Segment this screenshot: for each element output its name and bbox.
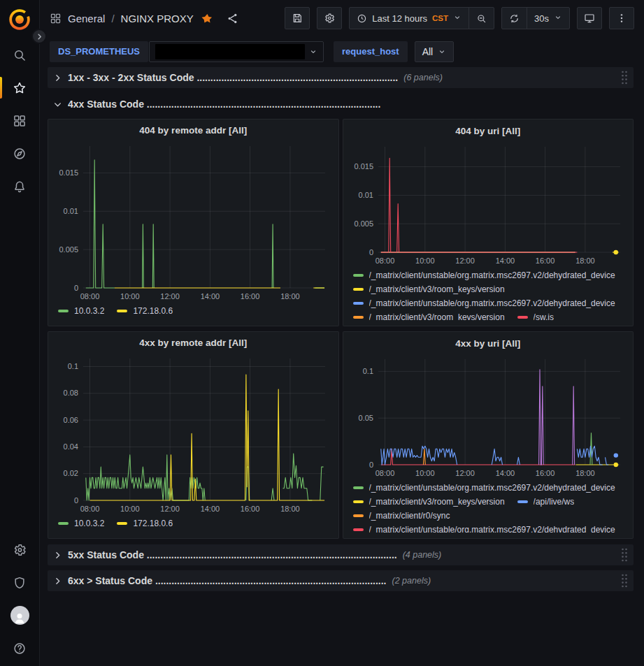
angle-down-icon [53, 100, 62, 109]
more-options-button[interactable] [609, 7, 634, 29]
panel-title[interactable]: 404 by remote addr [All] [54, 121, 333, 140]
legend-swatch-icon [58, 522, 69, 525]
legend-item[interactable]: /_matrix/client/v3/room_keys/version [353, 497, 505, 507]
legend-item[interactable]: 172.18.0.6 [117, 306, 173, 316]
cog-icon [13, 543, 27, 557]
legend-item[interactable]: /_matrix/client/v3/room_keys/version [353, 284, 505, 294]
sidebar-item-explore[interactable] [0, 137, 39, 170]
time-series-chart[interactable]: 08:0010:0012:0014:0016:0018:0000.050.1 [349, 354, 627, 480]
panel-legend: /_matrix/client/unstable/org.matrix.msc2… [349, 268, 628, 320]
angle-right-icon [36, 33, 43, 41]
legend-item[interactable]: /_matrix/client/v3/room_keys/version [353, 312, 505, 320]
svg-text:0.01: 0.01 [358, 191, 373, 199]
row-drag-handle[interactable] [620, 70, 629, 85]
breadcrumb-folder[interactable]: General [68, 13, 105, 24]
row-panel-count: (6 panels) [403, 73, 443, 82]
panel-title[interactable]: 4xx by uri [All] [349, 333, 628, 354]
svg-text:18:00: 18:00 [575, 469, 595, 477]
time-range-label: Last 12 hours [372, 13, 427, 24]
legend-item[interactable]: /_matrix/client/r0/sync [353, 511, 450, 521]
row-4xx-status-code[interactable]: 4xx Status Code ........................… [48, 94, 634, 115]
legend-item[interactable]: /sw.js [517, 312, 554, 320]
angle-down-icon [453, 12, 461, 24]
zoom-out-button[interactable] [468, 8, 494, 29]
refresh-interval-dropdown[interactable]: 30s [527, 8, 569, 29]
angle-down-icon [554, 12, 562, 24]
time-picker-button[interactable]: Last 12 hours CST [350, 8, 468, 29]
svg-text:0: 0 [74, 283, 78, 291]
svg-text:18:00: 18:00 [280, 505, 300, 513]
legend-item[interactable]: /_matrix/client/unstable/org.matrix.msc2… [353, 270, 615, 280]
svg-text:12:00: 12:00 [160, 505, 180, 513]
ellipsis-v-icon [616, 13, 627, 24]
save-dashboard-button[interactable] [285, 7, 310, 29]
sidebar-item-search[interactable] [0, 38, 39, 71]
sidebar-expand-button[interactable] [31, 29, 47, 44]
legend-item[interactable]: 10.0.3.2 [58, 519, 104, 528]
legend-item[interactable]: 10.0.3.2 [58, 306, 104, 316]
svg-text:0.04: 0.04 [64, 442, 78, 451]
legend-swatch-icon [353, 302, 364, 305]
time-controls: Last 12 hours CST [349, 7, 494, 29]
svg-text:0.015: 0.015 [354, 163, 373, 171]
legend-swatch-icon [517, 316, 528, 319]
svg-text:12:00: 12:00 [455, 256, 475, 265]
main-area: General / NGINX PROXY Last 12 hours CST [40, 0, 644, 666]
row-5xx-status-code[interactable]: 5xx Status Code ........................… [48, 544, 634, 565]
sidebar-item-alerting[interactable] [0, 170, 39, 203]
row-1xx-3xx-2xx-status-code[interactable]: 1xx - 3xx - 2xx Status Code ............… [48, 67, 634, 88]
variables-bar: DS_PROMETHEUS request_host All [40, 36, 644, 66]
request-host-dropdown[interactable]: All [415, 41, 455, 62]
request-host-value: All [422, 46, 434, 57]
legend-swatch-icon [353, 500, 364, 503]
row-panel-count: (2 panels) [392, 576, 431, 586]
legend-item[interactable]: /_matrix/client/unstable/org.matrix.msc2… [353, 483, 615, 493]
svg-text:14:00: 14:00 [495, 469, 515, 477]
sidebar-item-configuration[interactable] [0, 533, 39, 566]
panel-title[interactable]: 404 by uri [All] [349, 121, 628, 141]
angle-right-icon [53, 73, 62, 82]
row-panel-count: (4 panels) [403, 550, 442, 560]
legend-item[interactable]: /api/live/ws [517, 497, 575, 507]
panel-404-by-remote-addr-all: 404 by remote addr [All]08:0010:0012:001… [48, 119, 339, 326]
question-icon [13, 642, 27, 656]
legend-item[interactable]: /_matrix/client/unstable/org.matrix.msc2… [353, 298, 615, 308]
refresh-button[interactable] [502, 8, 527, 29]
dashboard-settings-button[interactable] [317, 7, 342, 29]
ds-prometheus-dropdown[interactable] [149, 41, 324, 62]
favorite-star-icon[interactable] [201, 13, 213, 24]
refresh-interval-label: 30s [534, 13, 549, 24]
sidebar-item-help[interactable] [0, 632, 39, 665]
svg-text:10:00: 10:00 [120, 505, 140, 513]
legend-item[interactable]: /_matrix/client/unstable/org.matrix.msc2… [353, 525, 615, 533]
row-drag-handle[interactable] [620, 547, 629, 563]
legend-item[interactable]: 172.18.0.6 [117, 519, 173, 528]
sidebar [0, 0, 40, 666]
row-6xx-status-code[interactable]: 6xx > Status Code ......................… [48, 570, 634, 591]
sidebar-item-dashboards[interactable] [0, 104, 39, 137]
time-series-chart[interactable]: 08:0010:0012:0014:0016:0018:0000.0050.01… [349, 141, 627, 268]
svg-text:14:00: 14:00 [495, 256, 515, 265]
cycle-view-button[interactable] [577, 7, 602, 29]
svg-text:0.02: 0.02 [64, 469, 78, 477]
row-title: 4xx Status Code ........................… [68, 99, 380, 110]
dashboard-content: 1xx - 3xx - 2xx Status Code ............… [40, 66, 644, 666]
legend-label: /_matrix/client/v3/room_keys/version [369, 312, 505, 320]
sidebar-item-starred[interactable] [0, 71, 39, 104]
panel-title[interactable]: 4xx by remote addr [All] [54, 333, 333, 353]
row-drag-handle[interactable] [620, 573, 629, 588]
time-series-chart[interactable]: 08:0010:0012:0014:0016:0018:0000.0050.01… [54, 140, 332, 303]
panel-4xx-by-remote-addr-all: 4xx by remote addr [All]08:0010:0012:001… [48, 331, 339, 539]
legend-label: /sw.js [534, 312, 554, 320]
sidebar-item-profile[interactable] [0, 599, 39, 632]
panel-4xx-by-uri-all: 4xx by uri [All]08:0010:0012:0014:0016:0… [343, 331, 634, 539]
legend-swatch-icon [353, 288, 364, 291]
angle-down-icon [438, 48, 446, 56]
time-series-chart[interactable]: 08:0010:0012:0014:0016:0018:0000.020.040… [54, 353, 332, 516]
svg-text:0.005: 0.005 [354, 219, 373, 228]
save-icon [292, 13, 303, 24]
share-icon[interactable] [227, 13, 238, 24]
legend-label: /_matrix/client/unstable/org.matrix.msc2… [369, 270, 615, 280]
sidebar-item-server-admin[interactable] [0, 566, 39, 599]
toolbar: Last 12 hours CST 30s [285, 7, 634, 29]
